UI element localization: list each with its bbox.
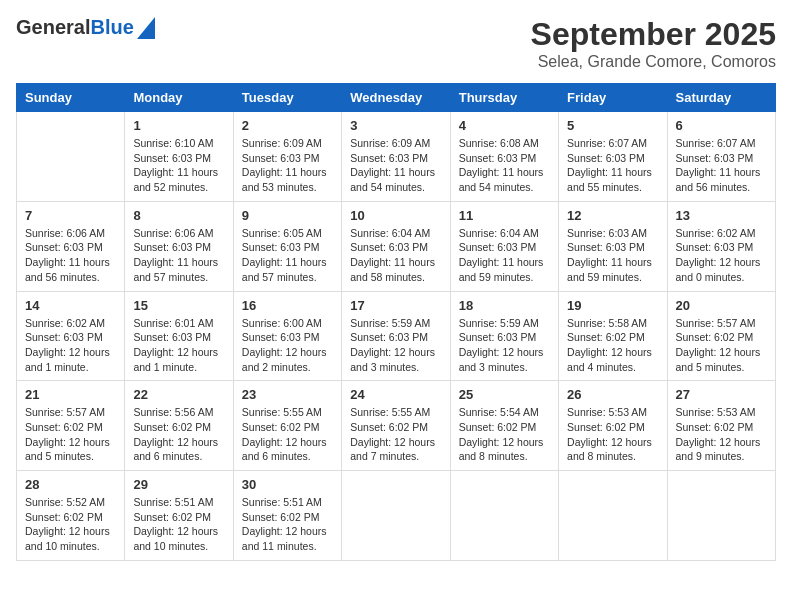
header: GeneralBlue September 2025 Selea, Grande…	[16, 16, 776, 71]
calendar-day-cell: 10Sunrise: 6:04 AM Sunset: 6:03 PM Dayli…	[342, 201, 450, 291]
day-info: Sunrise: 6:09 AM Sunset: 6:03 PM Dayligh…	[242, 136, 333, 195]
day-info: Sunrise: 6:04 AM Sunset: 6:03 PM Dayligh…	[459, 226, 550, 285]
day-number: 10	[350, 208, 441, 223]
calendar-week-row: 28Sunrise: 5:52 AM Sunset: 6:02 PM Dayli…	[17, 471, 776, 561]
day-info: Sunrise: 6:07 AM Sunset: 6:03 PM Dayligh…	[676, 136, 767, 195]
calendar-week-row: 1Sunrise: 6:10 AM Sunset: 6:03 PM Daylig…	[17, 112, 776, 202]
calendar-day-cell	[17, 112, 125, 202]
day-number: 23	[242, 387, 333, 402]
svg-marker-0	[137, 17, 155, 39]
calendar-day-header: Sunday	[17, 84, 125, 112]
logo-icon	[137, 17, 155, 39]
day-number: 14	[25, 298, 116, 313]
day-number: 18	[459, 298, 550, 313]
calendar-day-cell: 2Sunrise: 6:09 AM Sunset: 6:03 PM Daylig…	[233, 112, 341, 202]
calendar-day-cell: 11Sunrise: 6:04 AM Sunset: 6:03 PM Dayli…	[450, 201, 558, 291]
calendar-day-cell: 12Sunrise: 6:03 AM Sunset: 6:03 PM Dayli…	[559, 201, 667, 291]
calendar-day-cell	[667, 471, 775, 561]
day-info: Sunrise: 6:05 AM Sunset: 6:03 PM Dayligh…	[242, 226, 333, 285]
calendar-day-cell: 21Sunrise: 5:57 AM Sunset: 6:02 PM Dayli…	[17, 381, 125, 471]
day-number: 13	[676, 208, 767, 223]
day-info: Sunrise: 6:00 AM Sunset: 6:03 PM Dayligh…	[242, 316, 333, 375]
calendar-day-header: Thursday	[450, 84, 558, 112]
day-info: Sunrise: 6:02 AM Sunset: 6:03 PM Dayligh…	[676, 226, 767, 285]
day-info: Sunrise: 6:02 AM Sunset: 6:03 PM Dayligh…	[25, 316, 116, 375]
calendar-day-cell: 13Sunrise: 6:02 AM Sunset: 6:03 PM Dayli…	[667, 201, 775, 291]
day-info: Sunrise: 5:57 AM Sunset: 6:02 PM Dayligh…	[676, 316, 767, 375]
calendar-day-cell: 29Sunrise: 5:51 AM Sunset: 6:02 PM Dayli…	[125, 471, 233, 561]
calendar-day-cell	[342, 471, 450, 561]
day-info: Sunrise: 6:06 AM Sunset: 6:03 PM Dayligh…	[133, 226, 224, 285]
day-info: Sunrise: 5:56 AM Sunset: 6:02 PM Dayligh…	[133, 405, 224, 464]
day-info: Sunrise: 6:10 AM Sunset: 6:03 PM Dayligh…	[133, 136, 224, 195]
calendar-day-cell: 23Sunrise: 5:55 AM Sunset: 6:02 PM Dayli…	[233, 381, 341, 471]
calendar-day-header: Monday	[125, 84, 233, 112]
calendar-day-cell	[450, 471, 558, 561]
calendar-day-cell: 20Sunrise: 5:57 AM Sunset: 6:02 PM Dayli…	[667, 291, 775, 381]
calendar-day-cell: 4Sunrise: 6:08 AM Sunset: 6:03 PM Daylig…	[450, 112, 558, 202]
calendar-day-cell: 9Sunrise: 6:05 AM Sunset: 6:03 PM Daylig…	[233, 201, 341, 291]
day-number: 8	[133, 208, 224, 223]
day-info: Sunrise: 5:51 AM Sunset: 6:02 PM Dayligh…	[133, 495, 224, 554]
calendar-day-cell: 28Sunrise: 5:52 AM Sunset: 6:02 PM Dayli…	[17, 471, 125, 561]
title-area: September 2025 Selea, Grande Comore, Com…	[531, 16, 776, 71]
day-info: Sunrise: 5:59 AM Sunset: 6:03 PM Dayligh…	[350, 316, 441, 375]
day-number: 9	[242, 208, 333, 223]
day-info: Sunrise: 5:55 AM Sunset: 6:02 PM Dayligh…	[242, 405, 333, 464]
day-number: 19	[567, 298, 658, 313]
calendar-day-cell: 8Sunrise: 6:06 AM Sunset: 6:03 PM Daylig…	[125, 201, 233, 291]
day-number: 22	[133, 387, 224, 402]
day-info: Sunrise: 5:58 AM Sunset: 6:02 PM Dayligh…	[567, 316, 658, 375]
calendar-week-row: 7Sunrise: 6:06 AM Sunset: 6:03 PM Daylig…	[17, 201, 776, 291]
day-info: Sunrise: 6:08 AM Sunset: 6:03 PM Dayligh…	[459, 136, 550, 195]
day-number: 15	[133, 298, 224, 313]
day-number: 21	[25, 387, 116, 402]
day-info: Sunrise: 5:54 AM Sunset: 6:02 PM Dayligh…	[459, 405, 550, 464]
day-number: 26	[567, 387, 658, 402]
day-info: Sunrise: 5:53 AM Sunset: 6:02 PM Dayligh…	[567, 405, 658, 464]
day-info: Sunrise: 5:59 AM Sunset: 6:03 PM Dayligh…	[459, 316, 550, 375]
calendar-day-cell: 16Sunrise: 6:00 AM Sunset: 6:03 PM Dayli…	[233, 291, 341, 381]
calendar-day-header: Wednesday	[342, 84, 450, 112]
day-number: 29	[133, 477, 224, 492]
calendar-day-cell: 1Sunrise: 6:10 AM Sunset: 6:03 PM Daylig…	[125, 112, 233, 202]
calendar-day-header: Friday	[559, 84, 667, 112]
day-number: 17	[350, 298, 441, 313]
calendar-day-cell: 25Sunrise: 5:54 AM Sunset: 6:02 PM Dayli…	[450, 381, 558, 471]
calendar-day-cell: 6Sunrise: 6:07 AM Sunset: 6:03 PM Daylig…	[667, 112, 775, 202]
day-info: Sunrise: 6:01 AM Sunset: 6:03 PM Dayligh…	[133, 316, 224, 375]
calendar-day-header: Tuesday	[233, 84, 341, 112]
day-number: 7	[25, 208, 116, 223]
page-subtitle: Selea, Grande Comore, Comoros	[531, 53, 776, 71]
day-info: Sunrise: 6:09 AM Sunset: 6:03 PM Dayligh…	[350, 136, 441, 195]
calendar-day-cell: 24Sunrise: 5:55 AM Sunset: 6:02 PM Dayli…	[342, 381, 450, 471]
day-info: Sunrise: 5:51 AM Sunset: 6:02 PM Dayligh…	[242, 495, 333, 554]
calendar-day-cell: 15Sunrise: 6:01 AM Sunset: 6:03 PM Dayli…	[125, 291, 233, 381]
calendar-day-cell: 3Sunrise: 6:09 AM Sunset: 6:03 PM Daylig…	[342, 112, 450, 202]
day-number: 3	[350, 118, 441, 133]
day-number: 4	[459, 118, 550, 133]
day-number: 20	[676, 298, 767, 313]
calendar-day-cell: 19Sunrise: 5:58 AM Sunset: 6:02 PM Dayli…	[559, 291, 667, 381]
calendar-day-cell	[559, 471, 667, 561]
calendar-week-row: 21Sunrise: 5:57 AM Sunset: 6:02 PM Dayli…	[17, 381, 776, 471]
day-number: 1	[133, 118, 224, 133]
logo-text: GeneralBlue	[16, 16, 134, 39]
day-number: 11	[459, 208, 550, 223]
day-number: 28	[25, 477, 116, 492]
day-number: 25	[459, 387, 550, 402]
day-info: Sunrise: 6:04 AM Sunset: 6:03 PM Dayligh…	[350, 226, 441, 285]
day-number: 5	[567, 118, 658, 133]
day-number: 2	[242, 118, 333, 133]
calendar-day-header: Saturday	[667, 84, 775, 112]
calendar-day-cell: 5Sunrise: 6:07 AM Sunset: 6:03 PM Daylig…	[559, 112, 667, 202]
day-number: 24	[350, 387, 441, 402]
day-info: Sunrise: 6:07 AM Sunset: 6:03 PM Dayligh…	[567, 136, 658, 195]
calendar-day-cell: 17Sunrise: 5:59 AM Sunset: 6:03 PM Dayli…	[342, 291, 450, 381]
calendar-day-cell: 30Sunrise: 5:51 AM Sunset: 6:02 PM Dayli…	[233, 471, 341, 561]
day-number: 6	[676, 118, 767, 133]
day-info: Sunrise: 5:57 AM Sunset: 6:02 PM Dayligh…	[25, 405, 116, 464]
calendar-day-cell: 18Sunrise: 5:59 AM Sunset: 6:03 PM Dayli…	[450, 291, 558, 381]
calendar-header-row: SundayMondayTuesdayWednesdayThursdayFrid…	[17, 84, 776, 112]
calendar-day-cell: 27Sunrise: 5:53 AM Sunset: 6:02 PM Dayli…	[667, 381, 775, 471]
